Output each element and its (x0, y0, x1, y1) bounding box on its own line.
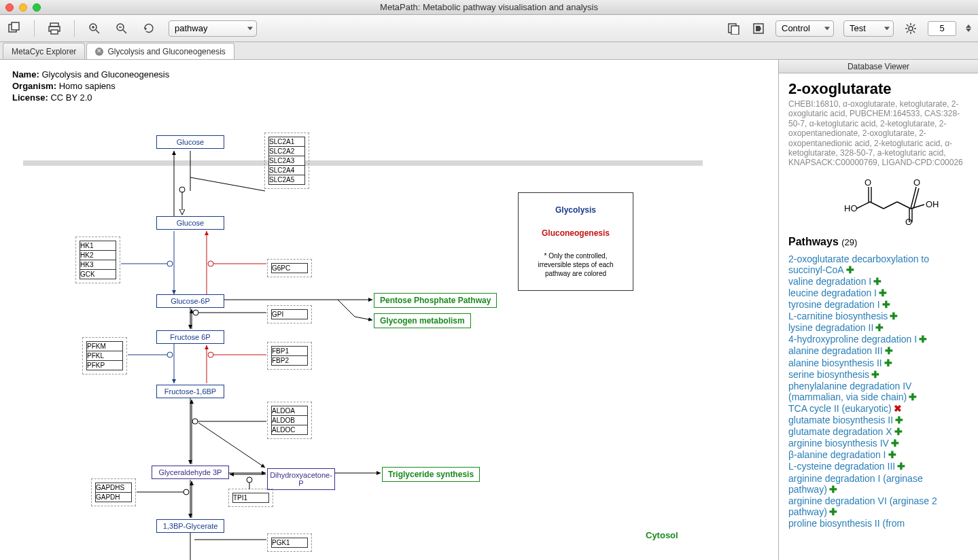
control-select[interactable]: Control (775, 20, 834, 37)
close-icon[interactable]: ✕ (95, 48, 103, 56)
window-maximize-button[interactable] (33, 3, 41, 12)
plus-icon[interactable]: ✚ (829, 484, 837, 495)
pathway-link[interactable]: leucine degradation I (788, 287, 877, 298)
pathway-link[interactable]: proline biosynthesis II (from (788, 518, 905, 529)
pathway-link[interactable]: alanine degradation III (788, 345, 883, 356)
pathway-link[interactable]: glutamate degradation X (788, 426, 892, 437)
compound-fructose16bp[interactable]: Fructose-1,6BP (156, 385, 224, 398)
svg-line-70 (870, 202, 884, 209)
zoom-in-icon[interactable] (87, 21, 102, 36)
gene-tpi1[interactable]: TPI1 (232, 493, 269, 503)
cross-icon[interactable]: ✖ (894, 403, 902, 414)
gene-gapdh[interactable]: GAPDH (95, 493, 132, 502)
zoom-out-icon[interactable] (114, 21, 129, 36)
gene-slc2a4[interactable]: SLC2A4 (268, 166, 305, 175)
compound-glucose[interactable]: Glucose (156, 216, 224, 230)
print-icon[interactable] (47, 21, 62, 36)
svg-line-10 (123, 30, 126, 33)
gene-pfkl[interactable]: PFKL (86, 351, 123, 361)
pathway-canvas[interactable]: Name: Glycolysis and Gluconeogenesis Org… (0, 60, 778, 560)
gene-fbp1[interactable]: FBP1 (271, 346, 308, 356)
window-minimize-button[interactable] (19, 3, 27, 12)
gene-gpi[interactable]: GPI (271, 309, 308, 319)
plus-icon[interactable]: ✚ (885, 345, 893, 356)
pathway-list-item: tyrosine degradation I✚ (788, 299, 968, 310)
view-mode-select[interactable]: pathway (169, 20, 257, 37)
pathway-link[interactable]: arginine biosynthesis IV (788, 438, 889, 449)
pathway-link[interactable]: 2-oxoglutarate decarboxylation to succin… (788, 253, 929, 275)
link-triglyceride[interactable]: Triglyceride synthesis (382, 467, 480, 482)
pathway-link[interactable]: 4-hydroxyproline degradation I (788, 334, 917, 345)
plus-icon[interactable]: ✚ (879, 287, 887, 298)
compound-glucose-ext[interactable]: Glucose (156, 135, 224, 149)
plus-icon[interactable]: ✚ (871, 369, 879, 380)
plus-icon[interactable]: ✚ (846, 264, 854, 275)
gene-hk3[interactable]: HK3 (80, 260, 116, 270)
gene-group-gapdh: GAPDHS GAPDH (91, 478, 136, 506)
pathway-list-item: proline biosynthesis II (from (788, 518, 968, 529)
pathway-link[interactable]: L-cysteine degradation III (788, 461, 895, 472)
gene-fbp2[interactable]: FBP2 (271, 356, 308, 366)
pathway-link[interactable]: lysine degradation II (788, 322, 873, 333)
gene-aldob[interactable]: ALDOB (271, 416, 308, 425)
plus-icon[interactable]: ✚ (897, 461, 905, 472)
window-title: MetaPath: Metabolic pathway visualisatio… (380, 2, 598, 12)
link-glycogen[interactable]: Glycogen metabolism (374, 313, 471, 328)
plus-icon[interactable]: ✚ (884, 357, 892, 368)
pathway-link[interactable]: phenylalanine degradation IV (mammalian,… (788, 381, 911, 402)
gene-pgk1[interactable]: PGK1 (271, 538, 308, 548)
gene-hk2[interactable]: HK2 (80, 251, 116, 260)
plus-icon[interactable]: ✚ (895, 415, 903, 425)
tag-icon[interactable] (751, 21, 766, 36)
gene-slc2a5[interactable]: SLC2A5 (268, 175, 305, 185)
window-close-button[interactable] (5, 3, 14, 12)
plus-icon[interactable]: ✚ (890, 311, 898, 321)
pathway-link[interactable]: TCA cycle II (eukaryotic) (788, 403, 892, 414)
plus-icon[interactable]: ✚ (829, 506, 837, 517)
compound-glyceraldehyde3p[interactable]: Glyceraldehyde 3P (152, 466, 229, 479)
pathway-link[interactable]: serine biosynthesis (788, 369, 869, 380)
plus-icon[interactable]: ✚ (891, 438, 899, 449)
pathway-link[interactable]: valine degradation I (788, 276, 871, 287)
pathway-link[interactable]: glutamate biosynthesis II (788, 415, 893, 425)
gene-slc2a3[interactable]: SLC2A3 (268, 156, 305, 166)
number-input[interactable] (928, 21, 956, 36)
settings-icon[interactable] (903, 21, 918, 36)
gene-pfkp[interactable]: PFKP (86, 361, 123, 370)
refresh-icon[interactable] (141, 21, 156, 36)
compound-fructose6p[interactable]: Fructose 6P (156, 330, 224, 344)
plus-icon[interactable]: ✚ (909, 391, 917, 402)
plus-icon[interactable]: ✚ (888, 449, 896, 460)
plus-icon[interactable]: ✚ (873, 276, 881, 287)
gene-slc2a2[interactable]: SLC2A2 (268, 147, 305, 156)
pathway-link[interactable]: β-alanine degradation I (788, 449, 886, 460)
gene-slc2a1[interactable]: SLC2A1 (268, 137, 305, 147)
gene-gck[interactable]: GCK (80, 270, 116, 279)
compound-dhap[interactable]: Dihydroxyacetone-P (267, 468, 335, 490)
gene-g6pc[interactable]: G6PC (271, 263, 308, 273)
pathway-link[interactable]: tyrosine degradation I (788, 299, 880, 310)
plus-icon[interactable]: ✚ (875, 322, 884, 333)
tab-glycolysis[interactable]: ✕ Glycolysis and Gluconeogenesis (86, 43, 234, 59)
compound-glucose6p[interactable]: Glucose-6P (156, 294, 224, 308)
copy-icon[interactable] (727, 21, 741, 36)
gene-gapdhs[interactable]: GAPDHS (95, 483, 132, 493)
pathway-link[interactable]: arginine degradation VI (arginase 2 path… (788, 495, 937, 517)
plus-icon[interactable]: ✚ (894, 426, 903, 437)
gene-pfkm[interactable]: PFKM (86, 341, 123, 351)
pathway-link[interactable]: alanine biosynthesis II (788, 357, 882, 368)
pathway-link[interactable]: L-carnitine biosynthesis (788, 311, 888, 321)
plus-icon[interactable]: ✚ (882, 299, 890, 310)
stepper-up-icon[interactable] (966, 24, 971, 28)
stepper-down-icon[interactable] (966, 29, 971, 32)
link-ppp[interactable]: Pentose Phosphate Pathway (374, 293, 497, 308)
pathway-link[interactable]: arginine degradation I (arginase pathway… (788, 473, 923, 495)
gene-hk1[interactable]: HK1 (80, 241, 116, 251)
gene-aldoa[interactable]: ALDOA (271, 406, 308, 416)
tab-metacyc-explorer[interactable]: MetaCyc Explorer (3, 43, 85, 59)
test-select[interactable]: Test (843, 20, 894, 37)
plus-icon[interactable]: ✚ (919, 334, 927, 345)
gene-aldoc[interactable]: ALDOC (271, 425, 308, 435)
new-window-icon[interactable] (7, 21, 22, 36)
compound-13bpg[interactable]: 1,3BP-Glycerate (156, 519, 224, 533)
